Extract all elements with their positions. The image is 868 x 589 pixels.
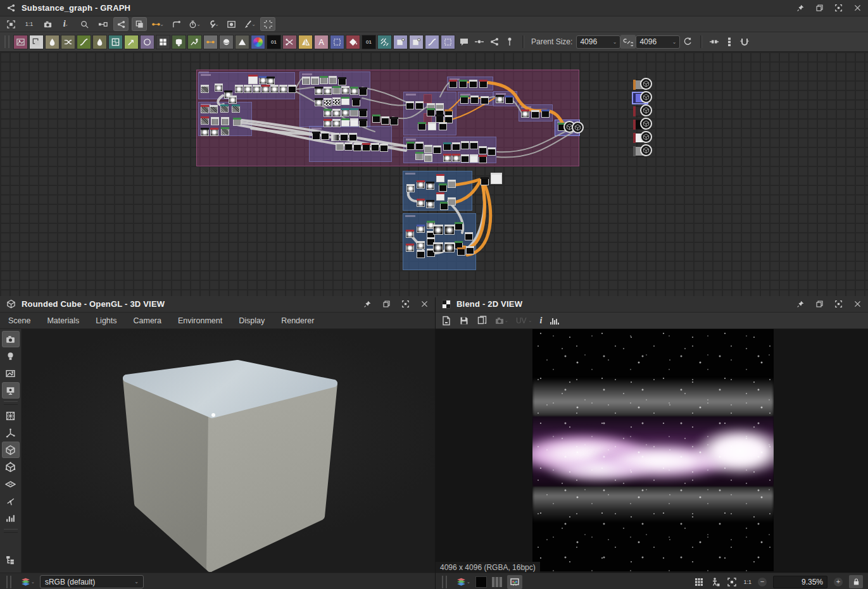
graph-node[interactable] xyxy=(341,97,349,105)
graph-node[interactable] xyxy=(201,105,209,113)
graph-node[interactable] xyxy=(491,173,502,184)
graph-node[interactable] xyxy=(344,142,353,151)
actual-size-icon[interactable]: 1:1 xyxy=(743,579,752,585)
graph-node[interactable] xyxy=(279,85,287,93)
flood-fill-node-button[interactable] xyxy=(346,35,360,49)
output-node[interactable] xyxy=(633,146,647,156)
graph-node[interactable] xyxy=(302,77,310,85)
graph-node[interactable] xyxy=(470,141,478,149)
graph-node[interactable] xyxy=(448,180,456,188)
toolbar-grip[interactable] xyxy=(4,35,9,48)
output-node[interactable] xyxy=(633,120,647,130)
restore-icon[interactable] xyxy=(382,300,391,308)
levels-node-button[interactable] xyxy=(219,35,234,49)
graph-node[interactable] xyxy=(433,242,443,252)
slope-blur-node-button[interactable] xyxy=(124,35,139,49)
menu-environment[interactable]: Environment xyxy=(178,316,222,325)
graph-node[interactable] xyxy=(332,86,341,94)
graph-node[interactable] xyxy=(465,232,473,240)
curve-node-button[interactable] xyxy=(77,35,91,49)
close-icon[interactable] xyxy=(853,300,862,308)
graph-node[interactable] xyxy=(481,96,489,104)
graph-node[interactable] xyxy=(470,154,478,163)
environment-tool-icon[interactable] xyxy=(3,366,19,381)
menu-scene[interactable]: Scene xyxy=(8,316,30,325)
shape-node-button[interactable] xyxy=(172,35,186,49)
graph-node[interactable] xyxy=(324,119,332,127)
connection-route-button[interactable] xyxy=(169,18,183,30)
graph-node[interactable] xyxy=(315,98,323,106)
light-tool-icon[interactable] xyxy=(3,349,19,364)
view3d-viewport[interactable] xyxy=(0,329,435,573)
histogram-scan-node-button[interactable] xyxy=(235,35,249,49)
graph-node[interactable] xyxy=(349,133,357,141)
bottombar-grip[interactable] xyxy=(6,576,11,588)
normal-node-button[interactable] xyxy=(251,35,265,49)
thumbnail-display-button[interactable] xyxy=(224,18,238,30)
graph-node[interactable] xyxy=(481,177,489,185)
graph-node[interactable] xyxy=(359,109,367,117)
information-button[interactable]: i⌄ xyxy=(59,18,73,30)
rgb-display-icon[interactable] xyxy=(507,575,522,589)
directional-blur-node-button[interactable] xyxy=(61,35,75,49)
graph-node[interactable] xyxy=(221,117,229,125)
graph-node[interactable] xyxy=(521,109,529,118)
output-node[interactable] xyxy=(633,80,647,90)
graph-node[interactable] xyxy=(426,182,434,190)
graph-node[interactable] xyxy=(380,144,388,152)
graph-node[interactable] xyxy=(215,84,223,92)
graph-node[interactable] xyxy=(443,142,451,151)
parent-height-select[interactable]: 4096⌄ xyxy=(636,35,680,49)
graph-node[interactable] xyxy=(359,87,367,96)
restore-icon[interactable] xyxy=(815,4,824,12)
grayscale-bars-icon[interactable] xyxy=(492,577,502,587)
maximize-icon[interactable] xyxy=(401,300,410,308)
graph-node[interactable] xyxy=(436,192,444,201)
pin-icon[interactable] xyxy=(796,4,805,12)
bottombar-grip[interactable] xyxy=(442,576,447,588)
graph-node[interactable] xyxy=(531,110,539,118)
tiling-icon[interactable] xyxy=(694,577,704,587)
graph-node[interactable] xyxy=(233,118,241,126)
graph-node[interactable] xyxy=(253,85,261,93)
histogram-icon[interactable] xyxy=(550,316,560,326)
curve-adjust-node-button[interactable] xyxy=(425,35,439,49)
graph-node[interactable] xyxy=(449,80,457,88)
gizmo-icon[interactable] xyxy=(3,425,19,440)
graph-node[interactable] xyxy=(311,77,319,85)
graph-node[interactable] xyxy=(406,142,415,150)
menu-materials[interactable]: Materials xyxy=(47,316,79,325)
actual-size-button[interactable]: 1:1 xyxy=(22,18,36,30)
tools-button[interactable]: ⌄ xyxy=(206,18,220,30)
bitmap-node-button[interactable] xyxy=(13,35,28,49)
svg-node-button[interactable] xyxy=(29,35,44,49)
text-node-button[interactable]: A xyxy=(314,35,329,49)
zoom-input[interactable]: 9.35% xyxy=(773,576,827,588)
graph-node[interactable] xyxy=(353,143,362,151)
graph-node[interactable] xyxy=(201,85,209,93)
graph-node[interactable] xyxy=(455,222,463,230)
graph-node[interactable] xyxy=(406,101,414,109)
graph-node[interactable] xyxy=(417,180,425,189)
graph-node[interactable] xyxy=(479,80,487,88)
graph-node[interactable] xyxy=(288,85,296,93)
switch-node-button[interactable]: 01 xyxy=(267,35,281,49)
save-icon[interactable] xyxy=(459,316,469,326)
graph-node[interactable] xyxy=(332,97,341,106)
close-icon[interactable] xyxy=(420,300,429,308)
transform-node-button[interactable] xyxy=(330,35,344,49)
graph-node[interactable] xyxy=(433,146,441,154)
graph-node[interactable] xyxy=(371,143,379,151)
close-icon[interactable] xyxy=(853,4,862,12)
camera-tool-icon[interactable] xyxy=(3,332,19,347)
graph-node[interactable] xyxy=(229,96,237,104)
value-node-button[interactable]: 01 xyxy=(362,35,376,49)
blur-node-button[interactable] xyxy=(45,35,60,49)
graph-node[interactable] xyxy=(390,117,398,125)
menu-renderer[interactable]: Renderer xyxy=(281,316,314,325)
graph-node[interactable] xyxy=(359,119,367,127)
pin-icon[interactable] xyxy=(363,300,372,308)
graph-node[interactable] xyxy=(487,147,496,156)
menu-display[interactable]: Display xyxy=(239,316,265,325)
graph-node[interactable] xyxy=(338,77,346,85)
